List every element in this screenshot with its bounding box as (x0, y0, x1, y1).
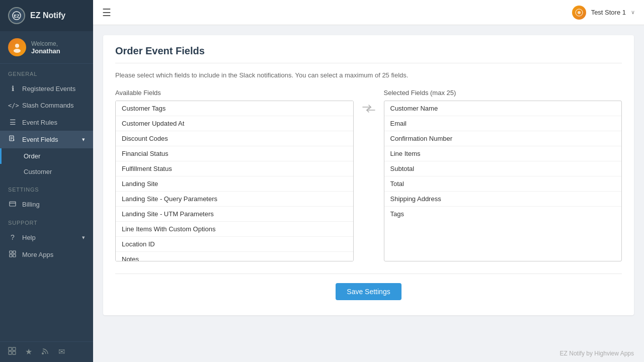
available-field-item[interactable]: Customer Updated At (116, 116, 353, 131)
selected-field-item[interactable]: Email (384, 116, 622, 131)
svg-rect-15 (13, 347, 16, 350)
sidebar-item-label: More Apps (22, 251, 53, 258)
save-section: Save Settings (115, 274, 622, 300)
sidebar-user: Welcome, Jonathan (0, 31, 93, 64)
selected-fields-title: Selected Fields (max 25) (384, 89, 622, 97)
sidebar-sub-item-customer[interactable]: Customer (0, 164, 93, 179)
list-icon: ☰ (8, 118, 17, 126)
sidebar-item-billing[interactable]: Billing (0, 196, 93, 213)
slash-icon: </> (8, 102, 17, 109)
chevron-down-icon: ▾ (82, 136, 85, 143)
sidebar-item-label: Slash Commands (22, 102, 74, 109)
svg-rect-10 (10, 251, 12, 253)
hamburger-menu-icon[interactable]: ☰ (102, 7, 111, 19)
sidebar-logo: EZ EZ Notify (0, 0, 93, 31)
svg-rect-14 (9, 347, 12, 350)
help-icon: ? (8, 233, 17, 241)
sidebar-bottom: ★ ✉ (0, 341, 93, 362)
selected-field-item[interactable]: Tags (384, 207, 622, 221)
footer: EZ Notify by Highview Apps (93, 345, 644, 362)
bottom-icon-rss[interactable] (41, 347, 49, 357)
svg-rect-13 (13, 254, 16, 257)
avatar (8, 38, 26, 56)
sidebar-item-label: Registered Events (22, 85, 75, 93)
svg-rect-11 (13, 251, 16, 253)
apps-icon (8, 250, 17, 259)
content-area: Order Event Fields Please select which f… (93, 25, 644, 345)
selected-field-item[interactable]: Confirmation Number (384, 131, 622, 146)
page-divider (115, 63, 622, 63)
available-field-item[interactable]: Landing Site - UTM Parameters (116, 207, 353, 222)
selected-fields-panel: Selected Fields (max 25) Customer NameEm… (384, 89, 622, 261)
page-description: Please select which fields to include in… (115, 71, 622, 79)
transfer-icon[interactable] (362, 103, 376, 116)
chevron-right-icon: ▾ (82, 234, 85, 241)
sidebar-sub-item-order[interactable]: Order (0, 148, 93, 164)
available-fields-title: Available Fields (115, 89, 354, 97)
welcome-text: Welcome, (31, 40, 60, 47)
svg-point-20 (578, 11, 581, 14)
available-field-item[interactable]: Discount Codes (116, 131, 353, 146)
svg-rect-17 (13, 351, 16, 354)
svg-rect-16 (9, 351, 12, 354)
general-section-label: GENERAL (0, 64, 93, 80)
svg-point-3 (14, 49, 21, 53)
sidebar-item-label: Event Rules (22, 119, 57, 126)
support-section-label: SUPPORT (0, 213, 93, 229)
save-settings-button[interactable]: Save Settings (336, 283, 401, 300)
bottom-icon-grid[interactable] (8, 347, 16, 357)
transfer-arrows (354, 103, 384, 116)
username: Jonathan (31, 47, 60, 55)
settings-section-label: SETTINGS (0, 179, 93, 196)
svg-text:EZ: EZ (14, 14, 20, 19)
selected-fields-list[interactable]: Customer NameEmailConfirmation NumberLin… (384, 101, 622, 261)
available-field-item[interactable]: Landing Site - Query Parameters (116, 192, 353, 207)
selected-field-item[interactable]: Total (384, 176, 622, 192)
sidebar-item-slash-commands[interactable]: </> Slash Commands (0, 97, 93, 114)
edit-icon (8, 135, 17, 144)
svg-rect-12 (10, 254, 12, 257)
sidebar-item-label: Event Fields (22, 136, 58, 143)
selected-field-item[interactable]: Shipping Address (384, 192, 622, 207)
sidebar-item-help[interactable]: ? Help ▾ (0, 229, 93, 246)
app-logo-icon: EZ (8, 7, 25, 24)
main-content: ☰ Test Store 1 ∨ Order Event Fields Plea… (93, 0, 644, 362)
selected-field-item[interactable]: Subtotal (384, 161, 622, 176)
available-field-item[interactable]: Line Items With Custom Options (116, 222, 353, 237)
available-field-item[interactable]: Landing Site (116, 176, 353, 192)
page-card: Order Event Fields Please select which f… (103, 35, 634, 315)
fields-container: Available Fields Customer TagsCustomer U… (115, 89, 622, 261)
sidebar-item-label: Billing (22, 201, 40, 208)
sidebar-item-registered-events[interactable]: ℹ Registered Events (0, 80, 93, 97)
selected-field-item[interactable]: Line Items (384, 146, 622, 161)
available-field-item[interactable]: Notes (116, 252, 353, 261)
app-name: EZ Notify (30, 11, 65, 20)
bottom-icon-mail[interactable]: ✉ (58, 347, 65, 357)
billing-icon (8, 200, 17, 208)
svg-point-2 (15, 44, 19, 48)
sidebar-item-label: Help (22, 234, 36, 241)
page-title: Order Event Fields (115, 45, 622, 57)
sidebar-item-more-apps[interactable]: More Apps (0, 246, 93, 263)
svg-rect-8 (10, 202, 16, 206)
available-fields-panel: Available Fields Customer TagsCustomer U… (115, 89, 354, 261)
info-icon: ℹ (8, 84, 17, 93)
available-field-item[interactable]: Customer Tags (116, 101, 353, 116)
sidebar-item-event-fields[interactable]: Event Fields ▾ (0, 131, 93, 148)
store-dropdown-icon[interactable]: ∨ (631, 9, 635, 16)
sidebar: EZ EZ Notify Welcome, Jonathan GENERAL ℹ… (0, 0, 93, 362)
bottom-icon-star[interactable]: ★ (25, 347, 32, 357)
sidebar-sub-item-label: Order (24, 152, 40, 160)
selected-field-item[interactable]: Customer Name (384, 101, 622, 116)
available-field-item[interactable]: Financial Status (116, 146, 353, 161)
available-field-item[interactable]: Location ID (116, 237, 353, 252)
sidebar-item-event-rules[interactable]: ☰ Event Rules (0, 114, 93, 131)
available-fields-list[interactable]: Customer TagsCustomer Updated AtDiscount… (115, 101, 354, 261)
svg-point-18 (42, 352, 44, 354)
available-field-item[interactable]: Fulfillment Status (116, 161, 353, 176)
sidebar-sub-item-label: Customer (24, 168, 52, 175)
topbar-right: Test Store 1 ∨ (572, 6, 635, 20)
store-name: Test Store 1 (591, 9, 626, 16)
store-icon (572, 6, 586, 20)
topbar: ☰ Test Store 1 ∨ (93, 0, 644, 25)
